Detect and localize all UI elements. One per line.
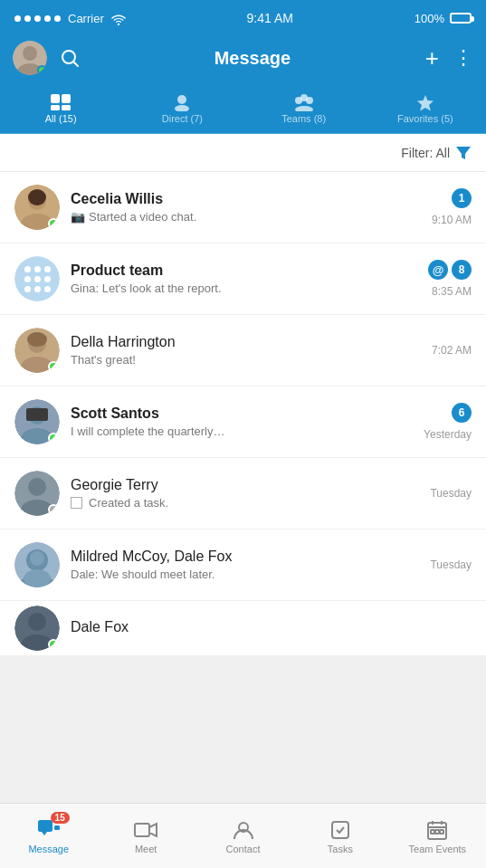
online-dot xyxy=(48,433,59,444)
svg-point-14 xyxy=(300,94,308,101)
message-meta: @ 8 8:35 AM xyxy=(428,260,472,298)
message-time: Tuesday xyxy=(430,558,472,571)
message-time: 7:02 AM xyxy=(432,344,472,357)
sender-name: Mildred McCoy, Dale Fox xyxy=(71,548,423,565)
nav-meet-label: Meet xyxy=(135,844,157,854)
filter-label: Filter: All xyxy=(401,146,450,160)
message-time: 8:35 AM xyxy=(432,285,472,298)
message-preview: That's great! xyxy=(71,353,424,367)
scott-avatar xyxy=(14,399,60,444)
message-item[interactable]: Della Harrington That's great! 7:02 AM xyxy=(0,315,486,386)
message-item[interactable]: Cecelia Willis 📷 Started a video chat. 1… xyxy=(0,172,486,243)
dale-avatar xyxy=(14,606,60,651)
svg-marker-41 xyxy=(42,832,47,835)
message-nav-icon: 15 xyxy=(37,817,61,841)
battery-icon xyxy=(450,13,472,24)
svg-rect-53 xyxy=(440,830,443,834)
tab-all-icon xyxy=(51,91,71,111)
tab-teams[interactable]: Teams (8) xyxy=(243,83,365,133)
nav-tasks-label: Tasks xyxy=(328,844,353,854)
unread-badge: 6 xyxy=(452,403,472,423)
sender-name: Della Harrington xyxy=(71,334,424,350)
page-title: Message xyxy=(80,48,425,69)
message-content: Cecelia Willis 📷 Started a video chat. xyxy=(71,191,424,224)
svg-point-38 xyxy=(28,613,46,631)
task-checkbox-icon xyxy=(71,497,82,509)
cecelia-avatar xyxy=(14,185,60,230)
nav-contact[interactable]: Contact xyxy=(195,804,291,868)
message-time: Yesterday xyxy=(424,428,472,441)
online-dot xyxy=(48,361,59,372)
message-item[interactable]: Product team Gina: Let's look at the rep… xyxy=(0,243,486,315)
message-item[interactable]: Dale Fox xyxy=(0,601,486,655)
user-avatar[interactable] xyxy=(13,41,47,75)
nav-team-events-label: Team Events xyxy=(409,844,467,854)
message-content: Dale Fox xyxy=(71,619,472,638)
signal-dot-3 xyxy=(34,15,41,22)
message-preview: I will complete the quarterly… xyxy=(71,424,416,438)
message-preview: Dale: We should meet later. xyxy=(71,568,423,581)
georgie-avatar xyxy=(14,471,60,516)
svg-rect-51 xyxy=(431,830,434,834)
sender-name: Dale Fox xyxy=(71,619,472,635)
svg-rect-28 xyxy=(26,408,48,421)
tab-all-label: All (15) xyxy=(45,113,77,124)
tab-favorites[interactable]: Favorites (5) xyxy=(365,83,486,133)
message-time: Tuesday xyxy=(430,487,472,500)
svg-point-0 xyxy=(118,24,119,25)
group-avatar xyxy=(14,542,60,587)
signal-dot-2 xyxy=(24,15,31,22)
online-dot xyxy=(48,218,59,229)
nav-contact-label: Contact xyxy=(226,844,261,854)
message-content: Scott Santos I will complete the quarter… xyxy=(71,405,416,438)
message-preview: 📷 Started a video chat. xyxy=(71,210,424,224)
sender-name: Georgie Terry xyxy=(71,477,423,493)
team-dots-grid xyxy=(15,257,60,301)
message-tabs: All (15) Direct (7) Teams (8) Favor xyxy=(0,83,486,134)
signal-dot-4 xyxy=(44,15,51,22)
svg-point-11 xyxy=(175,105,189,111)
svg-rect-46 xyxy=(332,822,348,838)
message-item[interactable]: Scott Santos I will complete the quarter… xyxy=(0,386,486,458)
video-icon: 📷 xyxy=(71,210,85,224)
tab-direct-icon xyxy=(172,91,192,111)
svg-marker-44 xyxy=(149,824,157,836)
status-left: Carrier xyxy=(14,11,126,25)
sender-name: Cecelia Willis xyxy=(71,191,424,207)
message-item[interactable]: Georgie Terry Created a task. Tuesday xyxy=(0,458,486,529)
message-meta: Tuesday xyxy=(430,558,472,571)
meet-nav-icon xyxy=(134,817,157,841)
wifi-icon xyxy=(111,11,126,25)
nav-tasks[interactable]: Tasks xyxy=(291,804,388,868)
nav-team-events[interactable]: Team Events xyxy=(389,804,486,868)
add-button[interactable]: + xyxy=(425,44,439,72)
status-time: 9:41 AM xyxy=(247,11,293,25)
svg-rect-9 xyxy=(62,105,71,110)
carrier-label: Carrier xyxy=(68,12,104,25)
svg-point-30 xyxy=(28,478,46,496)
nav-message[interactable]: 15 Message xyxy=(0,804,97,868)
message-list: Cecelia Willis 📷 Started a video chat. 1… xyxy=(0,172,486,655)
message-preview: Gina: Let's look at the report. xyxy=(71,281,421,295)
badge-row: @ 8 xyxy=(428,260,472,280)
message-meta: Tuesday xyxy=(430,487,472,500)
tab-direct[interactable]: Direct (7) xyxy=(121,83,243,133)
message-item[interactable]: Mildred McCoy, Dale Fox Dale: We should … xyxy=(0,529,486,601)
tab-direct-label: Direct (7) xyxy=(162,113,203,124)
more-button[interactable]: ⋮ xyxy=(453,46,473,70)
svg-point-10 xyxy=(177,95,186,104)
message-content: Della Harrington That's great! xyxy=(71,334,424,367)
search-button[interactable] xyxy=(60,48,80,68)
svg-rect-40 xyxy=(38,820,52,832)
nav-meet[interactable]: Meet xyxy=(97,804,194,868)
status-right: 100% xyxy=(415,12,472,25)
tab-favorites-label: Favorites (5) xyxy=(397,113,453,124)
team-events-nav-icon xyxy=(426,817,448,841)
status-bar: Carrier 9:41 AM 100% xyxy=(0,0,486,33)
filter-icon[interactable] xyxy=(455,143,472,162)
message-preview: Created a task. xyxy=(71,496,423,510)
unread-badge: 8 xyxy=(452,260,472,280)
tab-all[interactable]: All (15) xyxy=(0,83,121,133)
svg-rect-43 xyxy=(135,824,149,836)
message-badge: 15 xyxy=(51,812,70,824)
